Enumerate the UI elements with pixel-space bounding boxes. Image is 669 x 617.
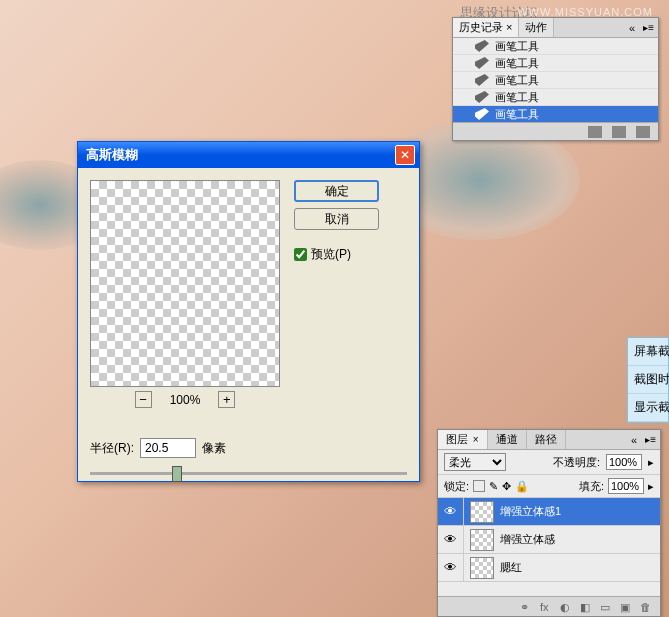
history-item[interactable]: 画笔工具 — [453, 89, 658, 106]
layers-footer: ⚭ fx ◐ ◧ ▭ ▣ 🗑 — [438, 596, 660, 616]
preview-area[interactable] — [90, 180, 280, 387]
layer-item[interactable]: 👁 增强立体感 — [438, 526, 660, 554]
zoom-value: 100% — [170, 393, 201, 407]
radius-unit: 像素 — [202, 440, 226, 457]
tab-paths[interactable]: 路径 — [527, 430, 566, 449]
lock-brush-icon[interactable]: ✎ — [489, 480, 498, 493]
panel-collapse-icon[interactable]: « — [625, 22, 639, 34]
fill-label: 填充: — [579, 479, 604, 494]
layer-thumbnail[interactable] — [470, 557, 494, 579]
layers-options-row: 柔光 不透明度: ▸ — [438, 450, 660, 475]
brush-icon — [475, 91, 489, 103]
radius-slider[interactable] — [90, 464, 407, 484]
adjustment-icon[interactable]: ◧ — [580, 601, 594, 613]
layer-thumbnail[interactable] — [470, 529, 494, 551]
layers-panel: 图层 × 通道 路径 « ▸≡ 柔光 不透明度: ▸ 锁定: ✎ ✥ 🔒 填充:… — [437, 429, 661, 617]
trash-icon[interactable] — [636, 126, 650, 138]
new-layer-icon[interactable]: ▣ — [620, 601, 634, 613]
history-item-label: 画笔工具 — [495, 90, 539, 105]
side-menu-item[interactable]: 截图时 — [628, 366, 668, 394]
cancel-button[interactable]: 取消 — [294, 208, 379, 230]
side-menu-item[interactable]: 显示截 — [628, 394, 668, 422]
trash-icon[interactable]: 🗑 — [640, 601, 654, 613]
layers-tabs: 图层 × 通道 路径 « ▸≡ — [438, 430, 660, 450]
history-footer — [453, 122, 658, 140]
zoom-out-button[interactable]: − — [135, 391, 152, 408]
visibility-icon[interactable]: 👁 — [438, 554, 464, 582]
ok-button[interactable]: 确定 — [294, 180, 379, 202]
opacity-label: 不透明度: — [553, 455, 600, 470]
layers-list: 👁 增强立体感1 👁 增强立体感 👁 腮红 — [438, 498, 660, 582]
lock-move-icon[interactable]: ✥ — [502, 480, 511, 493]
preview-label: 预览(P) — [311, 246, 351, 263]
link-icon[interactable]: ⚭ — [520, 601, 534, 613]
layer-name[interactable]: 增强立体感1 — [500, 504, 561, 519]
dropdown-icon[interactable]: ▸ — [648, 480, 654, 493]
opacity-input[interactable] — [606, 454, 642, 470]
layer-thumbnail[interactable] — [470, 501, 494, 523]
panel-menu-icon[interactable]: ▸≡ — [641, 434, 660, 445]
slider-track — [90, 472, 407, 475]
side-menu-item[interactable]: 屏幕截 — [628, 338, 668, 366]
tab-actions[interactable]: 动作 — [519, 18, 554, 37]
radius-input[interactable] — [140, 438, 196, 458]
blend-mode-select[interactable]: 柔光 — [444, 453, 506, 471]
brush-icon — [475, 40, 489, 52]
history-tabs: 历史记录 × 动作 « ▸≡ — [453, 18, 658, 38]
close-button[interactable]: ✕ — [395, 145, 415, 165]
layer-name[interactable]: 腮红 — [500, 560, 522, 575]
folder-icon[interactable]: ▭ — [600, 601, 614, 613]
side-menu: 屏幕截 截图时 显示截 — [627, 337, 669, 423]
brush-icon — [475, 108, 489, 120]
dropdown-icon[interactable]: ▸ — [648, 456, 654, 469]
layer-item[interactable]: 👁 增强立体感1 — [438, 498, 660, 526]
fx-icon[interactable]: fx — [540, 601, 554, 613]
lock-label: 锁定: — [444, 479, 469, 494]
layers-lock-row: 锁定: ✎ ✥ 🔒 填充: ▸ — [438, 475, 660, 498]
preview-checkbox[interactable] — [294, 248, 307, 261]
layer-item[interactable]: 👁 腮红 — [438, 554, 660, 582]
brush-icon — [475, 74, 489, 86]
lock-transparent-icon[interactable] — [473, 480, 485, 492]
gaussian-blur-dialog: 高斯模糊 ✕ − 100% + 确定 取消 预览(P) 半径(R): 像素 — [77, 141, 420, 482]
history-item-label: 画笔工具 — [495, 56, 539, 71]
dialog-titlebar[interactable]: 高斯模糊 ✕ — [78, 142, 419, 168]
radius-label: 半径(R): — [90, 440, 134, 457]
history-item-label: 画笔工具 — [495, 107, 539, 122]
history-item[interactable]: 画笔工具 — [453, 38, 658, 55]
history-panel: 历史记录 × 动作 « ▸≡ 画笔工具 画笔工具 画笔工具 画笔工具 画笔工具 — [452, 17, 659, 141]
panel-menu-icon[interactable]: ▸≡ — [639, 22, 658, 33]
mask-icon[interactable]: ◐ — [560, 601, 574, 613]
visibility-icon[interactable]: 👁 — [438, 526, 464, 554]
preview-checkbox-row[interactable]: 预览(P) — [294, 246, 379, 263]
fill-input[interactable] — [608, 478, 644, 494]
lock-all-icon[interactable]: 🔒 — [515, 480, 529, 493]
history-item[interactable]: 画笔工具 — [453, 55, 658, 72]
tab-history[interactable]: 历史记录 × — [453, 18, 519, 37]
history-list: 画笔工具 画笔工具 画笔工具 画笔工具 画笔工具 — [453, 38, 658, 122]
dialog-title: 高斯模糊 — [82, 146, 395, 164]
slider-thumb[interactable] — [172, 466, 182, 482]
snapshot-icon[interactable] — [588, 126, 602, 138]
visibility-icon[interactable]: 👁 — [438, 498, 464, 526]
history-item[interactable]: 画笔工具 — [453, 106, 658, 122]
history-item-label: 画笔工具 — [495, 39, 539, 54]
zoom-in-button[interactable]: + — [218, 391, 235, 408]
tab-channels[interactable]: 通道 — [488, 430, 527, 449]
new-state-icon[interactable] — [612, 126, 626, 138]
brush-icon — [475, 57, 489, 69]
layer-name[interactable]: 增强立体感 — [500, 532, 555, 547]
history-item[interactable]: 画笔工具 — [453, 72, 658, 89]
panel-collapse-icon[interactable]: « — [627, 434, 641, 446]
history-item-label: 画笔工具 — [495, 73, 539, 88]
tab-layers[interactable]: 图层 × — [438, 430, 488, 449]
